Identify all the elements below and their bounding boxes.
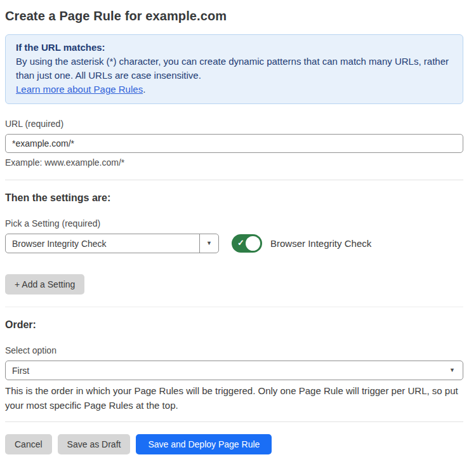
order-select-label: Select option <box>5 345 463 355</box>
save-deploy-button[interactable]: Save and Deploy Page Rule <box>136 434 272 454</box>
link-period: . <box>143 84 145 95</box>
chevron-down-icon: ▼ <box>206 241 212 246</box>
toggle-label: Browser Integrity Check <box>270 238 371 249</box>
order-select-value: First <box>6 366 449 376</box>
info-box-link-line: Learn more about Page Rules. <box>16 83 453 96</box>
order-select[interactable]: First ▼ <box>5 361 463 380</box>
order-help-text: This is the order in which your Page Rul… <box>5 383 463 413</box>
settings-section: Then the settings are: Pick a Setting (r… <box>5 192 463 295</box>
url-matches-info-box: If the URL matches: By using the asteris… <box>5 34 463 104</box>
url-input[interactable] <box>5 134 463 153</box>
settings-heading: Then the settings are: <box>5 192 463 204</box>
info-box-heading: If the URL matches: <box>16 41 453 55</box>
footer-actions: Cancel Save as Draft Save and Deploy Pag… <box>5 434 463 454</box>
url-example-hint: Example: www.example.com/* <box>5 157 463 168</box>
url-field-label: URL (required) <box>5 119 463 129</box>
browser-integrity-toggle[interactable]: ✓ <box>232 234 262 253</box>
setting-select[interactable]: Browser Integrity Check ▼ <box>5 234 219 253</box>
setting-row: Browser Integrity Check ▼ ✓ Browser Inte… <box>5 234 463 253</box>
create-page-rule-form: Create a Page Rule for example.com If th… <box>0 0 476 454</box>
setting-select-arrow-segment[interactable]: ▼ <box>199 234 218 253</box>
learn-more-link[interactable]: Learn more about Page Rules <box>16 84 143 95</box>
setting-select-value: Browser Integrity Check <box>6 239 199 249</box>
add-setting-button[interactable]: + Add a Setting <box>5 274 84 295</box>
order-heading: Order: <box>5 319 463 331</box>
save-draft-button[interactable]: Save as Draft <box>58 434 131 454</box>
check-icon: ✓ <box>237 239 244 247</box>
setting-picker-label: Pick a Setting (required) <box>5 218 463 228</box>
order-select-arrow: ▼ <box>449 368 463 373</box>
toggle-knob <box>246 236 260 251</box>
divider <box>5 180 463 180</box>
setting-toggle-wrap: ✓ Browser Integrity Check <box>232 234 371 253</box>
cancel-button[interactable]: Cancel <box>5 434 52 454</box>
url-section: URL (required) Example: www.example.com/… <box>5 119 463 168</box>
setting-picker-block: Pick a Setting (required) Browser Integr… <box>5 218 463 253</box>
chevron-down-icon: ▼ <box>449 368 455 373</box>
divider <box>5 307 463 307</box>
page-title: Create a Page Rule for example.com <box>5 9 463 23</box>
info-box-body: By using the asterisk (*) character, you… <box>16 55 453 83</box>
divider <box>5 421 463 422</box>
order-section: Order: Select option First ▼ This is the… <box>5 319 463 413</box>
